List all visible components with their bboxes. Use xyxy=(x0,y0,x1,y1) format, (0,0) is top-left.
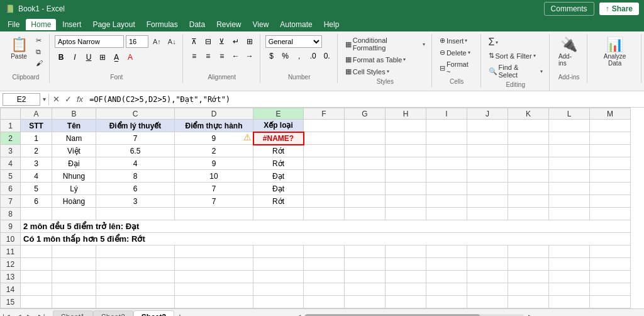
font-color-button[interactable]: A xyxy=(124,51,136,64)
find-select-button[interactable]: 🔍 Find & Select ▾ xyxy=(486,62,545,80)
cell-a13[interactable] xyxy=(21,271,52,283)
cell-j12[interactable] xyxy=(467,258,508,271)
align-middle-button[interactable]: ⊟ xyxy=(202,35,214,48)
indent-increase-button[interactable]: → xyxy=(243,50,256,62)
cell-b6[interactable]: Lý xyxy=(52,183,96,195)
cell-a9[interactable]: 2 môn đều 5 điểm trở lên: Đạt xyxy=(21,220,631,233)
cell-m13[interactable] xyxy=(590,271,631,283)
sheet-nav-prev[interactable]: ◀ xyxy=(13,312,23,316)
cell-f11[interactable] xyxy=(304,245,345,258)
align-top-button[interactable]: ⊼ xyxy=(188,35,201,48)
cell-a8[interactable] xyxy=(21,208,52,220)
cell-c1[interactable]: Điểm lý thuyết xyxy=(96,120,175,132)
cell-d2[interactable]: 9 ⚠ xyxy=(175,132,253,145)
scroll-left-button[interactable]: ◀ xyxy=(292,313,303,317)
cell-c3[interactable]: 6.5 xyxy=(96,145,175,157)
cell-styles-button[interactable]: ▦ Cell Styles ▾ xyxy=(343,66,392,77)
cell-b15[interactable] xyxy=(52,296,96,308)
cell-d14[interactable] xyxy=(175,283,253,296)
analyze-data-button[interactable]: 📊 Analyze Data xyxy=(592,35,637,69)
cell-m14[interactable] xyxy=(590,283,631,296)
menu-view[interactable]: View xyxy=(248,19,274,30)
menu-home[interactable]: Home xyxy=(26,19,56,30)
cell-e6[interactable]: Đạt xyxy=(253,183,304,195)
cell-k1[interactable] xyxy=(508,120,549,132)
cell-g7[interactable] xyxy=(345,195,386,208)
indent-decrease-button[interactable]: ← xyxy=(230,50,242,62)
conditional-formatting-button[interactable]: ▦ Conditional Formatting ▾ xyxy=(343,35,428,53)
cell-m8[interactable] xyxy=(590,208,631,220)
border-button[interactable]: ⊞ xyxy=(96,51,109,64)
cell-c14[interactable] xyxy=(96,283,175,296)
cell-k2[interactable] xyxy=(508,132,549,145)
cell-a14[interactable] xyxy=(21,283,52,296)
sheet-nav-first[interactable]: |◀ xyxy=(0,312,12,316)
cell-a11[interactable] xyxy=(21,245,52,258)
accounting-button[interactable]: $ xyxy=(265,50,278,62)
cell-e13[interactable] xyxy=(253,271,304,283)
cell-f5[interactable] xyxy=(304,170,345,183)
cell-i3[interactable] xyxy=(426,145,467,157)
row-header-11[interactable]: 11 xyxy=(1,245,21,258)
cell-i15[interactable] xyxy=(426,296,467,308)
cell-a5[interactable]: 4 xyxy=(21,170,52,183)
cell-f2[interactable] xyxy=(304,132,345,145)
autosum-button[interactable]: Σ ▾ xyxy=(486,35,501,49)
row-header-15[interactable]: 15 xyxy=(1,296,21,308)
cell-l2[interactable] xyxy=(549,132,590,145)
insert-function-button[interactable]: fx xyxy=(75,93,84,105)
col-header-k[interactable]: K xyxy=(508,108,549,120)
col-header-f[interactable]: F xyxy=(304,108,345,120)
menu-page-layout[interactable]: Page Layout xyxy=(87,19,140,30)
cell-h14[interactable] xyxy=(386,283,426,296)
cell-j3[interactable] xyxy=(467,145,508,157)
cell-m11[interactable] xyxy=(590,245,631,258)
cell-l11[interactable] xyxy=(549,245,590,258)
scrollbar-thumb[interactable] xyxy=(304,314,480,317)
fill-color-button[interactable]: A̲ xyxy=(110,51,123,64)
cell-m4[interactable] xyxy=(590,157,631,170)
cell-f6[interactable] xyxy=(304,183,345,195)
cell-l6[interactable] xyxy=(549,183,590,195)
col-header-c[interactable]: C xyxy=(96,108,175,120)
col-header-e[interactable]: E xyxy=(253,108,304,120)
sort-filter-button[interactable]: ⇅ Sort & Filter ▾ xyxy=(486,50,538,61)
cell-h4[interactable] xyxy=(386,157,426,170)
cell-d3[interactable]: 2 xyxy=(175,145,253,157)
cell-h5[interactable] xyxy=(386,170,426,183)
cell-e14[interactable] xyxy=(253,283,304,296)
cell-j15[interactable] xyxy=(467,296,508,308)
delete-button[interactable]: ⊖ Delete ▾ xyxy=(437,47,473,58)
row-header-1[interactable]: 1 xyxy=(1,120,21,132)
scroll-right-button[interactable]: ▶ xyxy=(526,313,536,317)
cell-a10[interactable]: Có 1 môn thấp hơn 5 điểm: Rớt xyxy=(21,233,631,245)
cell-i5[interactable] xyxy=(426,170,467,183)
col-header-l[interactable]: L xyxy=(549,108,590,120)
font-name-input[interactable] xyxy=(55,35,124,48)
cell-m5[interactable] xyxy=(590,170,631,183)
cell-g5[interactable] xyxy=(345,170,386,183)
cell-k5[interactable] xyxy=(508,170,549,183)
cell-d4[interactable]: 9 xyxy=(175,157,253,170)
cell-l3[interactable] xyxy=(549,145,590,157)
cell-a12[interactable] xyxy=(21,258,52,271)
menu-file[interactable]: File xyxy=(3,19,25,30)
cell-l15[interactable] xyxy=(549,296,590,308)
cell-m2[interactable] xyxy=(590,132,631,145)
cell-a1[interactable]: STT xyxy=(21,120,52,132)
cell-reference-input[interactable] xyxy=(3,93,40,106)
cell-c2[interactable]: 7 xyxy=(96,132,175,145)
cell-i6[interactable] xyxy=(426,183,467,195)
cell-m1[interactable] xyxy=(590,120,631,132)
cut-button[interactable]: ✂ xyxy=(33,35,45,46)
cell-c6[interactable]: 6 xyxy=(96,183,175,195)
sheet-nav-last[interactable]: ▶| xyxy=(36,312,48,316)
cell-m15[interactable] xyxy=(590,296,631,308)
cell-l7[interactable] xyxy=(549,195,590,208)
cancel-formula-button[interactable]: ✕ xyxy=(52,93,61,105)
menu-help[interactable]: Help xyxy=(319,19,345,30)
cell-a7[interactable]: 6 xyxy=(21,195,52,208)
cell-k14[interactable] xyxy=(508,283,549,296)
cell-e15[interactable] xyxy=(253,296,304,308)
cell-j5[interactable] xyxy=(467,170,508,183)
